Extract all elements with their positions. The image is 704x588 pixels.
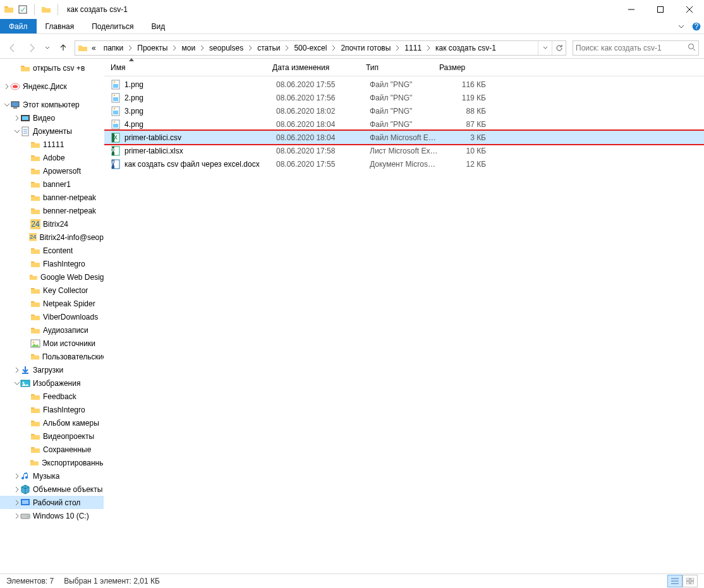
column-type[interactable]: Тип <box>366 59 439 76</box>
breadcrumb-item[interactable]: папки <box>100 41 128 55</box>
breadcrumb-item[interactable]: мои <box>178 41 199 55</box>
tree-item[interactable]: 11111 <box>0 138 104 151</box>
tree-item[interactable]: Econtent <box>0 244 104 257</box>
svg-point-17 <box>33 341 35 343</box>
breadcrumb[interactable]: « папкиПроектымоиseopulsesстатьи500-exce… <box>75 40 566 56</box>
tree-item[interactable]: benner-netpeak <box>0 204 104 217</box>
tree-expand-icon[interactable] <box>14 474 20 479</box>
tree-item[interactable]: banner-netpeak <box>0 191 104 204</box>
column-size[interactable]: Размер <box>439 59 486 76</box>
breadcrumb-item[interactable]: статьи <box>253 41 284 55</box>
tree-item[interactable]: Пользовательские <box>0 350 104 363</box>
search-box[interactable] <box>573 40 699 56</box>
breadcrumb-item[interactable]: 500-excel <box>290 41 331 55</box>
refresh-button[interactable] <box>552 41 566 55</box>
tree-item[interactable]: Этот компьютер <box>0 98 104 111</box>
breadcrumb-item[interactable]: 1111 <box>401 41 425 55</box>
tree-item[interactable]: Объемные объекты <box>0 483 104 496</box>
pics-icon <box>20 378 30 388</box>
tree-expand-icon[interactable] <box>14 381 20 386</box>
tree-item[interactable]: Feedback <box>0 390 104 403</box>
file-row[interactable]: 2.png08.06.2020 17:56Файл "PNG"119 КБ <box>104 91 704 104</box>
tree-item[interactable]: Сохраненные <box>0 443 104 456</box>
breadcrumb-item[interactable]: 2почти готовы <box>337 41 394 55</box>
tree-item[interactable]: Рабочий стол <box>0 496 104 509</box>
tree-item-label: Рабочий стол <box>33 498 80 507</box>
tree-item[interactable]: Netpeak Spider <box>0 297 104 310</box>
view-details-button[interactable] <box>667 575 683 587</box>
nav-up-button[interactable] <box>56 40 71 56</box>
column-name[interactable]: Имя <box>111 59 272 76</box>
tree-item[interactable]: Экспортированные <box>0 456 104 469</box>
tree-item[interactable]: Google Web Designer <box>0 270 104 284</box>
folder-icon <box>30 179 40 189</box>
tree-expand-icon[interactable] <box>14 487 20 492</box>
file-row[interactable]: 1.png08.06.2020 17:55Файл "PNG"116 КБ <box>104 78 704 91</box>
tree-item-label: Изображения <box>33 379 80 388</box>
tree-item[interactable]: 24Bitrix24 <box>0 217 104 231</box>
tree-item[interactable]: Аудиозаписи <box>0 323 104 337</box>
search-input[interactable] <box>576 44 688 52</box>
file-row[interactable]: xprimer-tablici.csv08.06.2020 18:04Файл … <box>104 131 704 144</box>
folder-icon <box>30 418 40 428</box>
nav-forward-button[interactable] <box>24 40 39 56</box>
tree-item[interactable]: Мои источники <box>0 337 104 350</box>
file-row[interactable]: 3.png08.06.2020 18:02Файл "PNG"88 КБ <box>104 104 704 117</box>
tree-expand-icon[interactable] <box>4 84 10 89</box>
maximize-button[interactable] <box>646 0 675 19</box>
tree-item[interactable]: ViberDownloads <box>0 310 104 323</box>
minimize-button[interactable] <box>617 0 646 19</box>
file-list[interactable]: 1.png08.06.2020 17:55Файл "PNG"116 КБ2.p… <box>104 76 704 573</box>
tree-expand-icon[interactable] <box>4 102 10 107</box>
tree-item[interactable]: Документы <box>0 124 104 138</box>
ribbon-expand-button[interactable] <box>674 19 689 33</box>
breadcrumb-overflow[interactable]: « <box>88 41 100 55</box>
tree-item[interactable]: FlashIntegro <box>0 257 104 270</box>
breadcrumb-item[interactable]: seopulses <box>205 41 247 55</box>
file-row[interactable]: 4.png08.06.2020 18:04Файл "PNG"87 КБ <box>104 117 704 131</box>
help-icon[interactable]: ? <box>689 19 704 33</box>
tree-item[interactable]: Apowersoft <box>0 164 104 177</box>
tree-item[interactable]: Яндекс.Диск <box>0 80 104 93</box>
view-large-icons-button[interactable] <box>683 575 698 587</box>
tree-expand-icon[interactable] <box>14 368 20 373</box>
breadcrumb-dropdown-button[interactable] <box>538 41 552 55</box>
breadcrumb-item[interactable]: Проекты <box>133 41 171 55</box>
tree-item[interactable]: Изображения <box>0 376 104 390</box>
tree-expand-icon[interactable] <box>14 513 20 519</box>
ribbon-tab-file[interactable]: Файл <box>0 19 37 33</box>
desk-icon <box>20 498 30 508</box>
tree-item[interactable]: Adobe <box>0 151 104 164</box>
tree-item-label: Пользовательские <box>42 352 104 361</box>
tree-item[interactable]: banner1 <box>0 177 104 191</box>
close-button[interactable] <box>675 0 704 19</box>
ribbon: Файл Главная Поделиться Вид ? <box>0 19 704 34</box>
tree-item[interactable]: 24Bitrix24-info@seopulses <box>0 231 104 244</box>
ribbon-tab-share[interactable]: Поделиться <box>83 19 142 33</box>
tree-item[interactable]: Видеопроекты <box>0 429 104 443</box>
ribbon-tab-home[interactable]: Главная <box>37 19 83 33</box>
tree-expand-icon[interactable] <box>14 129 20 134</box>
tree-expand-icon[interactable] <box>14 500 20 505</box>
nav-back-button[interactable] <box>5 40 20 56</box>
ribbon-tab-view[interactable]: Вид <box>142 19 174 33</box>
tree-expand-icon[interactable] <box>14 116 20 121</box>
breadcrumb-item[interactable]: как создать csv-1 <box>432 41 500 55</box>
nav-history-dropdown[interactable] <box>43 40 52 56</box>
column-date[interactable]: Дата изменения <box>272 59 366 76</box>
tree-item[interactable]: Key Collector <box>0 284 104 297</box>
search-icon[interactable] <box>688 43 696 53</box>
nav-tree[interactable]: открыть csv +вЯндекс.ДискЭтот компьютерВ… <box>0 59 104 573</box>
tree-item[interactable]: Windows 10 (C:) <box>0 509 104 522</box>
svg-rect-48 <box>691 582 694 584</box>
tree-item[interactable]: открыть csv +в <box>0 61 104 75</box>
tree-item[interactable]: FlashIntegro <box>0 403 104 416</box>
tree-item[interactable]: Музыка <box>0 469 104 483</box>
file-row[interactable]: Xprimer-tablici.xlsx08.06.2020 17:58Лист… <box>104 144 704 157</box>
svg-text:24: 24 <box>31 220 40 229</box>
tree-item[interactable]: Альбом камеры <box>0 416 104 429</box>
quick-access-save-icon[interactable] <box>18 4 28 15</box>
tree-item[interactable]: Видео <box>0 111 104 124</box>
tree-item[interactable]: Загрузки <box>0 363 104 376</box>
file-row[interactable]: Wкак создать csv файл через excel.docx08… <box>104 157 704 171</box>
